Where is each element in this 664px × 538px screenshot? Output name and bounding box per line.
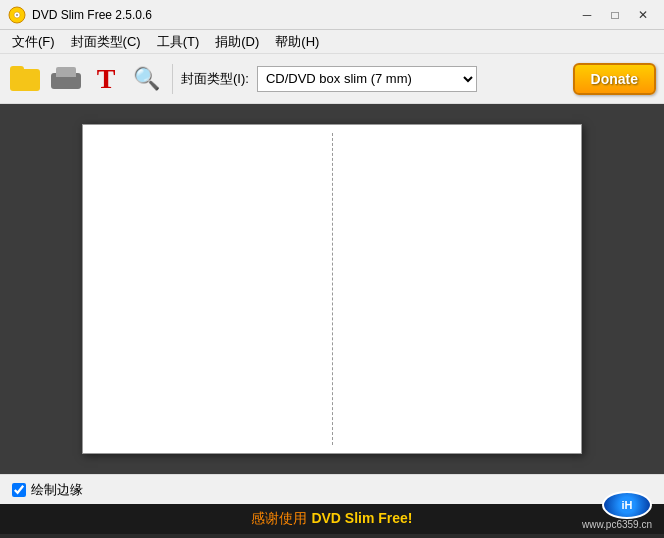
donate-button[interactable]: Donate bbox=[573, 63, 656, 95]
toolbar: T 🔍 封面类型(I): CD/DVD box slim (7 mm) CD/D… bbox=[0, 54, 664, 104]
text-button[interactable]: T bbox=[88, 61, 124, 97]
app-icon bbox=[8, 6, 26, 24]
app-title: DVD Slim Free 2.5.0.6 bbox=[32, 8, 574, 22]
menu-tools[interactable]: 工具(T) bbox=[149, 31, 208, 53]
window-controls: ─ □ ✕ bbox=[574, 4, 656, 26]
watermark-logo: iH bbox=[602, 491, 652, 519]
status-bar: 感谢使用 DVD Slim Free! iH www.pc6359.cn bbox=[0, 504, 664, 534]
search-button[interactable]: 🔍 bbox=[128, 61, 164, 97]
draw-border-checkbox[interactable] bbox=[12, 483, 26, 497]
bottom-bar: 绘制边缘 bbox=[0, 474, 664, 504]
cover-type-select[interactable]: CD/DVD box slim (7 mm) CD/DVD box standa… bbox=[257, 66, 477, 92]
draw-border-label[interactable]: 绘制边缘 bbox=[12, 481, 83, 499]
printer-icon bbox=[51, 65, 81, 93]
print-button[interactable] bbox=[48, 61, 84, 97]
minimize-button[interactable]: ─ bbox=[574, 4, 600, 26]
menu-cover-type[interactable]: 封面类型(C) bbox=[63, 31, 149, 53]
canvas-divider bbox=[332, 133, 333, 445]
text-icon: T bbox=[97, 65, 116, 93]
svg-point-2 bbox=[16, 14, 18, 16]
maximize-button[interactable]: □ bbox=[602, 4, 628, 26]
titlebar: DVD Slim Free 2.5.0.6 ─ □ ✕ bbox=[0, 0, 664, 30]
menu-help[interactable]: 帮助(H) bbox=[267, 31, 327, 53]
cover-type-label: 封面类型(I): bbox=[181, 70, 249, 88]
status-text: 感谢使用 DVD Slim Free! bbox=[251, 510, 412, 528]
open-folder-button[interactable] bbox=[8, 61, 44, 97]
watermark-url: www.pc6359.cn bbox=[582, 519, 652, 530]
menu-donate[interactable]: 捐助(D) bbox=[207, 31, 267, 53]
watermark: iH www.pc6359.cn bbox=[582, 491, 652, 530]
canvas[interactable] bbox=[82, 124, 582, 454]
toolbar-separator bbox=[172, 64, 173, 94]
main-canvas-area bbox=[0, 104, 664, 474]
search-icon: 🔍 bbox=[133, 66, 160, 92]
menu-file[interactable]: 文件(F) bbox=[4, 31, 63, 53]
folder-icon bbox=[10, 65, 42, 93]
close-button[interactable]: ✕ bbox=[630, 4, 656, 26]
menubar: 文件(F) 封面类型(C) 工具(T) 捐助(D) 帮助(H) bbox=[0, 30, 664, 54]
